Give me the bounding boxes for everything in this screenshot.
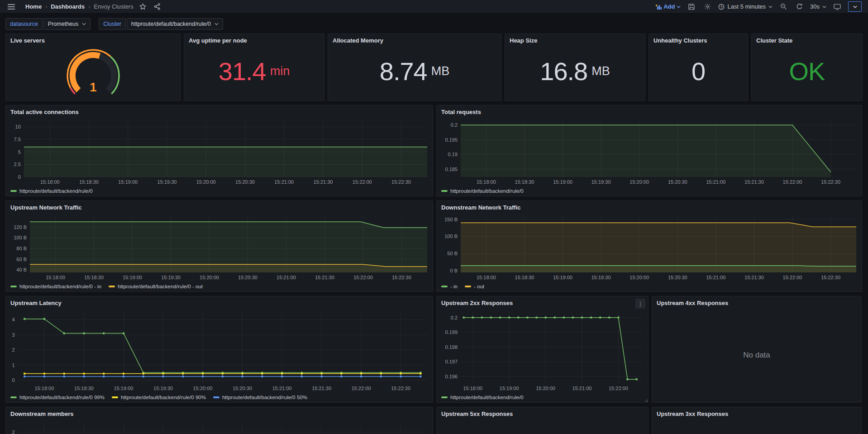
- legend-item[interactable]: - in: [441, 284, 458, 289]
- no-data-message: No data: [652, 308, 861, 402]
- panel-title[interactable]: Upstream 2xx Responses: [437, 296, 648, 308]
- svg-text:15:18:00: 15:18:00: [35, 386, 54, 391]
- cluster-select[interactable]: httproute/default/backend/rule/0: [127, 18, 223, 30]
- chart-total-requests[interactable]: 15:18:0015:18:3015:19:0015:19:3015:20:00…: [439, 117, 859, 188]
- chart-downstream-network-traffic[interactable]: 15:18:0015:18:3015:19:0015:19:3015:20:00…: [439, 212, 859, 283]
- panel-unhealthy-clusters: Unhealthy Clusters 0: [649, 33, 748, 101]
- panel-title[interactable]: Total requests: [437, 105, 862, 117]
- svg-text:15:21:00: 15:21:00: [272, 386, 292, 391]
- panel-title[interactable]: Unhealthy Clusters: [649, 34, 748, 45]
- svg-text:15:21:00: 15:21:00: [277, 275, 296, 280]
- panel-title[interactable]: Allocated Memory: [328, 34, 501, 45]
- svg-text:15:19:00: 15:19:00: [500, 386, 519, 391]
- svg-text:0.195: 0.195: [445, 137, 458, 143]
- chart-legend: httproute/default/backend/rule/0: [437, 394, 648, 402]
- chart-legend: httproute/default/backend/rule/0 99%http…: [6, 394, 433, 402]
- panel-title[interactable]: Avg uptime per node: [184, 34, 324, 45]
- svg-text:15:20:00: 15:20:00: [200, 275, 219, 280]
- svg-text:15:18:30: 15:18:30: [84, 275, 104, 280]
- svg-text:15:22:00: 15:22:00: [609, 386, 628, 391]
- svg-text:0: 0: [12, 377, 14, 383]
- svg-text:15:20:30: 15:20:30: [238, 275, 258, 280]
- legend-series-color: [441, 396, 448, 398]
- chart-upstream-2xx-responses[interactable]: 15:18:0015:19:0015:20:0015:21:0015:22:00…: [439, 308, 645, 394]
- share-icon[interactable]: [153, 2, 162, 12]
- refresh-interval-dropdown[interactable]: 30s: [810, 3, 826, 10]
- breadcrumb: Home › Dashboards › Envoy Clusters: [25, 3, 134, 10]
- legend-item[interactable]: httproute/default/backend/rule/0: [10, 188, 93, 194]
- legend-item[interactable]: httproute/default/backend/rule/0 - in: [10, 284, 101, 289]
- chart-upstream-latency[interactable]: 15:18:0015:18:3015:19:0015:19:3015:20:00…: [9, 308, 430, 394]
- svg-text:0.196: 0.196: [445, 374, 458, 379]
- svg-text:15:18:30: 15:18:30: [515, 179, 534, 185]
- svg-text:15:22:00: 15:22:00: [353, 275, 373, 280]
- legend-series-color: [112, 396, 118, 398]
- variable-label: datasource: [5, 18, 43, 30]
- refresh-icon[interactable]: [794, 2, 804, 12]
- svg-text:0.2: 0.2: [451, 315, 458, 320]
- save-dashboard-icon[interactable]: [687, 2, 696, 12]
- panel-title[interactable]: Downstream members: [6, 407, 433, 419]
- chart-downstream-members[interactable]: 15:18:0015:18:3015:19:0015:19:3015:20:00…: [9, 419, 430, 434]
- legend-item[interactable]: httproute/default/backend/rule/0 - out: [109, 284, 203, 289]
- hamburger-menu-icon[interactable]: [6, 2, 16, 12]
- breadcrumb-dashboards[interactable]: Dashboards: [51, 3, 85, 10]
- svg-text:15:19:30: 15:19:30: [591, 275, 611, 280]
- panel-upstream-network-traffic: Upstream Network Traffic 15:18:0015:18:3…: [5, 200, 433, 292]
- topbar-actions: Add Last 5 minutes: [655, 1, 862, 12]
- panel-title[interactable]: Downstream Network Traffic: [437, 201, 862, 212]
- chevron-down-icon: [215, 23, 219, 25]
- favorite-star-icon[interactable]: [138, 2, 148, 12]
- variable-label: Cluster: [99, 18, 126, 30]
- svg-text:15:19:30: 15:19:30: [161, 275, 181, 280]
- legend-series-color: [441, 286, 448, 287]
- svg-text:15:18:00: 15:18:00: [40, 179, 60, 185]
- legend-item[interactable]: - out: [465, 284, 484, 289]
- panel-title[interactable]: Live servers: [6, 34, 180, 45]
- svg-text:80 B: 80 B: [16, 246, 27, 251]
- panel-resize-handle[interactable]: [644, 398, 648, 402]
- breadcrumb-separator: ›: [45, 4, 47, 10]
- svg-text:0.198: 0.198: [445, 344, 458, 350]
- chart-legend: httproute/default/backend/rule/0: [6, 188, 433, 196]
- panel-title[interactable]: Heap Size: [505, 34, 645, 45]
- panel-title[interactable]: Upstream 4xx Responses: [652, 296, 861, 308]
- datasource-select[interactable]: Prometheus: [43, 18, 91, 30]
- svg-text:15:18:30: 15:18:30: [515, 275, 534, 280]
- legend-item[interactable]: httproute/default/backend/rule/0 90%: [112, 395, 206, 400]
- svg-text:15:18:00: 15:18:00: [477, 179, 496, 185]
- legend-item[interactable]: httproute/default/backend/rule/0: [441, 395, 524, 400]
- legend-series-color: [10, 286, 17, 287]
- svg-text:15:22:00: 15:22:00: [783, 275, 802, 280]
- dashboard-variables: datasource Prometheus Cluster httproute/…: [0, 14, 868, 33]
- svg-text:15:20:30: 15:20:30: [235, 179, 255, 185]
- tv-mode-icon[interactable]: [832, 2, 842, 12]
- legend-item[interactable]: httproute/default/backend/rule/0: [441, 188, 524, 194]
- panel-title[interactable]: Upstream 3xx Responses: [652, 407, 861, 419]
- breadcrumb-home[interactable]: Home: [25, 3, 42, 10]
- legend-item[interactable]: httproute/default/backend/rule/0 99%: [10, 395, 105, 400]
- panel-downstream-members: Downstream members 15:18:0015:18:3015:19…: [5, 407, 433, 434]
- panel-title[interactable]: Upstream 5xx Responses: [437, 407, 648, 419]
- svg-text:15:21:30: 15:21:30: [314, 179, 333, 185]
- tv-mode-dropdown-button[interactable]: [848, 1, 862, 12]
- time-range-picker[interactable]: Last 5 minutes: [718, 3, 773, 10]
- panel-title[interactable]: Cluster State: [752, 34, 862, 45]
- svg-text:3: 3: [12, 332, 14, 338]
- panel-title[interactable]: Upstream Latency: [6, 296, 433, 308]
- chevron-down-icon: [768, 5, 773, 8]
- chart-total-active-connections[interactable]: 15:18:0015:18:3015:19:0015:19:3015:20:00…: [9, 117, 430, 188]
- panel-title[interactable]: Total active connections: [6, 105, 433, 117]
- panel-title[interactable]: Upstream Network Traffic: [6, 201, 433, 212]
- panel-total-requests: Total requests 15:18:0015:18:3015:19:001…: [436, 105, 862, 196]
- legend-item[interactable]: httproute/default/backend/rule/0 50%: [213, 395, 307, 400]
- settings-gear-icon[interactable]: [702, 2, 712, 12]
- panel-total-active-connections: Total active connections 15:18:0015:18:3…: [5, 105, 433, 196]
- breadcrumb-current: Envoy Clusters: [94, 3, 133, 10]
- panel-menu-kebab-icon[interactable]: ⋮: [635, 299, 645, 309]
- panel-cluster-state: Cluster State OK: [751, 33, 863, 101]
- zoom-out-icon[interactable]: [778, 2, 788, 12]
- chart-upstream-network-traffic[interactable]: 15:18:0015:18:3015:19:0015:19:3015:20:00…: [9, 212, 430, 283]
- svg-text:15:22:00: 15:22:00: [352, 386, 371, 391]
- add-button[interactable]: Add: [655, 3, 681, 10]
